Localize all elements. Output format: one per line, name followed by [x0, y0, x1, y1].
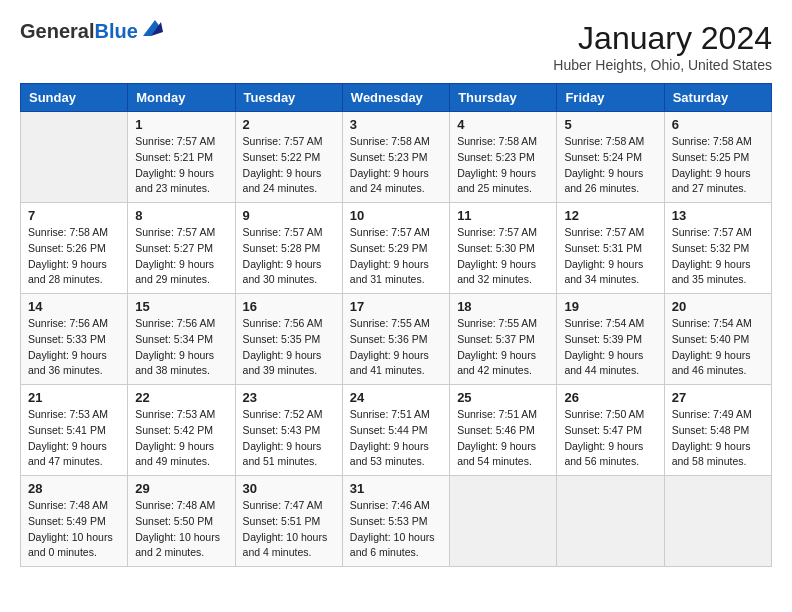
- calendar-cell: 6Sunrise: 7:58 AMSunset: 5:25 PMDaylight…: [664, 112, 771, 203]
- logo-blue: Blue: [94, 20, 137, 42]
- calendar-cell: [664, 476, 771, 567]
- logo-text: GeneralBlue: [20, 20, 163, 43]
- day-info: Sunrise: 7:56 AMSunset: 5:34 PMDaylight:…: [135, 316, 227, 379]
- calendar-cell: 15Sunrise: 7:56 AMSunset: 5:34 PMDayligh…: [128, 294, 235, 385]
- day-number: 13: [672, 208, 764, 223]
- calendar-cell: 14Sunrise: 7:56 AMSunset: 5:33 PMDayligh…: [21, 294, 128, 385]
- weekday-header: Thursday: [450, 84, 557, 112]
- day-info: Sunrise: 7:57 AMSunset: 5:32 PMDaylight:…: [672, 225, 764, 288]
- calendar-week-row: 21Sunrise: 7:53 AMSunset: 5:41 PMDayligh…: [21, 385, 772, 476]
- calendar-cell: 12Sunrise: 7:57 AMSunset: 5:31 PMDayligh…: [557, 203, 664, 294]
- logo: GeneralBlue: [20, 20, 163, 43]
- day-number: 1: [135, 117, 227, 132]
- weekday-header: Monday: [128, 84, 235, 112]
- day-info: Sunrise: 7:54 AMSunset: 5:39 PMDaylight:…: [564, 316, 656, 379]
- weekday-header: Friday: [557, 84, 664, 112]
- title-section: January 2024 Huber Heights, Ohio, United…: [553, 20, 772, 73]
- day-number: 22: [135, 390, 227, 405]
- day-number: 3: [350, 117, 442, 132]
- calendar-cell: 10Sunrise: 7:57 AMSunset: 5:29 PMDayligh…: [342, 203, 449, 294]
- calendar-cell: 30Sunrise: 7:47 AMSunset: 5:51 PMDayligh…: [235, 476, 342, 567]
- calendar-cell: 20Sunrise: 7:54 AMSunset: 5:40 PMDayligh…: [664, 294, 771, 385]
- day-info: Sunrise: 7:53 AMSunset: 5:42 PMDaylight:…: [135, 407, 227, 470]
- day-info: Sunrise: 7:58 AMSunset: 5:24 PMDaylight:…: [564, 134, 656, 197]
- day-info: Sunrise: 7:55 AMSunset: 5:37 PMDaylight:…: [457, 316, 549, 379]
- day-number: 21: [28, 390, 120, 405]
- calendar-cell: 19Sunrise: 7:54 AMSunset: 5:39 PMDayligh…: [557, 294, 664, 385]
- calendar-cell: 17Sunrise: 7:55 AMSunset: 5:36 PMDayligh…: [342, 294, 449, 385]
- day-number: 2: [243, 117, 335, 132]
- calendar-cell: 29Sunrise: 7:48 AMSunset: 5:50 PMDayligh…: [128, 476, 235, 567]
- calendar-title: January 2024: [553, 20, 772, 57]
- day-info: Sunrise: 7:57 AMSunset: 5:21 PMDaylight:…: [135, 134, 227, 197]
- day-info: Sunrise: 7:52 AMSunset: 5:43 PMDaylight:…: [243, 407, 335, 470]
- weekday-header-row: SundayMondayTuesdayWednesdayThursdayFrid…: [21, 84, 772, 112]
- calendar-week-row: 1Sunrise: 7:57 AMSunset: 5:21 PMDaylight…: [21, 112, 772, 203]
- calendar-cell: [557, 476, 664, 567]
- calendar-cell: 21Sunrise: 7:53 AMSunset: 5:41 PMDayligh…: [21, 385, 128, 476]
- calendar-cell: 5Sunrise: 7:58 AMSunset: 5:24 PMDaylight…: [557, 112, 664, 203]
- day-info: Sunrise: 7:57 AMSunset: 5:31 PMDaylight:…: [564, 225, 656, 288]
- day-number: 29: [135, 481, 227, 496]
- calendar-cell: 31Sunrise: 7:46 AMSunset: 5:53 PMDayligh…: [342, 476, 449, 567]
- day-number: 5: [564, 117, 656, 132]
- day-info: Sunrise: 7:58 AMSunset: 5:23 PMDaylight:…: [350, 134, 442, 197]
- day-number: 10: [350, 208, 442, 223]
- day-info: Sunrise: 7:57 AMSunset: 5:28 PMDaylight:…: [243, 225, 335, 288]
- weekday-header: Wednesday: [342, 84, 449, 112]
- calendar-cell: 11Sunrise: 7:57 AMSunset: 5:30 PMDayligh…: [450, 203, 557, 294]
- day-number: 24: [350, 390, 442, 405]
- day-number: 11: [457, 208, 549, 223]
- day-info: Sunrise: 7:58 AMSunset: 5:26 PMDaylight:…: [28, 225, 120, 288]
- day-number: 20: [672, 299, 764, 314]
- calendar-cell: 22Sunrise: 7:53 AMSunset: 5:42 PMDayligh…: [128, 385, 235, 476]
- page-container: GeneralBlue January 2024 Huber Heights, …: [20, 20, 772, 567]
- day-info: Sunrise: 7:57 AMSunset: 5:30 PMDaylight:…: [457, 225, 549, 288]
- day-info: Sunrise: 7:57 AMSunset: 5:27 PMDaylight:…: [135, 225, 227, 288]
- logo-general: General: [20, 20, 94, 42]
- day-info: Sunrise: 7:57 AMSunset: 5:22 PMDaylight:…: [243, 134, 335, 197]
- calendar-cell: 26Sunrise: 7:50 AMSunset: 5:47 PMDayligh…: [557, 385, 664, 476]
- calendar-week-row: 28Sunrise: 7:48 AMSunset: 5:49 PMDayligh…: [21, 476, 772, 567]
- calendar-cell: 1Sunrise: 7:57 AMSunset: 5:21 PMDaylight…: [128, 112, 235, 203]
- calendar-table: SundayMondayTuesdayWednesdayThursdayFrid…: [20, 83, 772, 567]
- calendar-cell: 24Sunrise: 7:51 AMSunset: 5:44 PMDayligh…: [342, 385, 449, 476]
- day-info: Sunrise: 7:57 AMSunset: 5:29 PMDaylight:…: [350, 225, 442, 288]
- day-info: Sunrise: 7:56 AMSunset: 5:33 PMDaylight:…: [28, 316, 120, 379]
- day-info: Sunrise: 7:46 AMSunset: 5:53 PMDaylight:…: [350, 498, 442, 561]
- weekday-header: Saturday: [664, 84, 771, 112]
- day-number: 31: [350, 481, 442, 496]
- day-info: Sunrise: 7:55 AMSunset: 5:36 PMDaylight:…: [350, 316, 442, 379]
- day-number: 4: [457, 117, 549, 132]
- calendar-cell: 8Sunrise: 7:57 AMSunset: 5:27 PMDaylight…: [128, 203, 235, 294]
- day-info: Sunrise: 7:47 AMSunset: 5:51 PMDaylight:…: [243, 498, 335, 561]
- calendar-cell: 9Sunrise: 7:57 AMSunset: 5:28 PMDaylight…: [235, 203, 342, 294]
- day-number: 15: [135, 299, 227, 314]
- calendar-cell: 4Sunrise: 7:58 AMSunset: 5:23 PMDaylight…: [450, 112, 557, 203]
- calendar-cell: 25Sunrise: 7:51 AMSunset: 5:46 PMDayligh…: [450, 385, 557, 476]
- day-number: 12: [564, 208, 656, 223]
- calendar-cell: 13Sunrise: 7:57 AMSunset: 5:32 PMDayligh…: [664, 203, 771, 294]
- calendar-cell: 23Sunrise: 7:52 AMSunset: 5:43 PMDayligh…: [235, 385, 342, 476]
- day-info: Sunrise: 7:54 AMSunset: 5:40 PMDaylight:…: [672, 316, 764, 379]
- day-info: Sunrise: 7:53 AMSunset: 5:41 PMDaylight:…: [28, 407, 120, 470]
- calendar-week-row: 14Sunrise: 7:56 AMSunset: 5:33 PMDayligh…: [21, 294, 772, 385]
- day-number: 27: [672, 390, 764, 405]
- day-number: 8: [135, 208, 227, 223]
- day-info: Sunrise: 7:48 AMSunset: 5:50 PMDaylight:…: [135, 498, 227, 561]
- calendar-cell: 16Sunrise: 7:56 AMSunset: 5:35 PMDayligh…: [235, 294, 342, 385]
- day-number: 6: [672, 117, 764, 132]
- calendar-cell: 28Sunrise: 7:48 AMSunset: 5:49 PMDayligh…: [21, 476, 128, 567]
- header: GeneralBlue January 2024 Huber Heights, …: [20, 20, 772, 73]
- day-number: 18: [457, 299, 549, 314]
- day-info: Sunrise: 7:49 AMSunset: 5:48 PMDaylight:…: [672, 407, 764, 470]
- day-number: 7: [28, 208, 120, 223]
- day-number: 9: [243, 208, 335, 223]
- day-number: 17: [350, 299, 442, 314]
- day-number: 30: [243, 481, 335, 496]
- day-number: 19: [564, 299, 656, 314]
- logo-bird-icon: [141, 18, 163, 38]
- day-number: 26: [564, 390, 656, 405]
- day-number: 14: [28, 299, 120, 314]
- day-info: Sunrise: 7:51 AMSunset: 5:46 PMDaylight:…: [457, 407, 549, 470]
